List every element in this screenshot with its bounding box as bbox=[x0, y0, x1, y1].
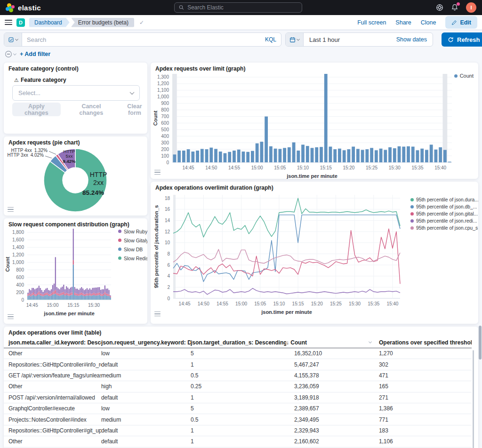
svg-text:15:15: 15:15 bbox=[292, 301, 304, 306]
svg-text:14:55: 14:55 bbox=[228, 165, 240, 170]
add-filter-button[interactable]: + Add filter bbox=[20, 51, 50, 57]
menu-hamburger-icon[interactable] bbox=[5, 20, 12, 25]
table-cell: Other bbox=[8, 350, 101, 357]
chevron-down-icon bbox=[130, 90, 135, 95]
pie-label-2xx: HTTP2xx bbox=[90, 171, 107, 186]
chevron-down-icon bbox=[15, 37, 18, 40]
table-cell: 2,349,495 bbox=[286, 416, 379, 423]
table-row[interactable]: Repositories::GitHttpController#info_ref… bbox=[4, 359, 472, 370]
column-header[interactable]: ↓ Count bbox=[286, 339, 379, 346]
svg-text:15:30: 15:30 bbox=[88, 303, 100, 308]
table-cell: 4,155,378 bbox=[286, 372, 379, 379]
kql-search-input[interactable] bbox=[22, 33, 260, 46]
space-badge[interactable]: D bbox=[16, 18, 25, 27]
legend-item[interactable]: 95th percentile of json.db_... bbox=[410, 204, 478, 209]
legend-item[interactable]: Slow Gitaly⋮ bbox=[118, 237, 146, 243]
table-row[interactable]: Repositories::GitHttpController#git_upl.… bbox=[4, 425, 472, 436]
saved-query-menu-button[interactable] bbox=[4, 33, 22, 46]
panel-title: Apdex operations over limit (table) bbox=[8, 329, 101, 336]
svg-text:1,300: 1,300 bbox=[157, 74, 169, 80]
legend-item[interactable]: Slow Redis⋮ bbox=[118, 255, 146, 261]
share-button[interactable]: Share bbox=[395, 19, 411, 26]
panel-options-icon[interactable] bbox=[154, 312, 161, 316]
column-header[interactable]: json.request_urgency.keyword: Des... bbox=[101, 339, 191, 346]
svg-text:0: 0 bbox=[21, 297, 24, 303]
chevron-down-icon[interactable] bbox=[369, 340, 372, 344]
table-row[interactable]: Otherdefault12,160,6021,106 bbox=[4, 436, 472, 447]
time-quick-menu-button[interactable] bbox=[286, 33, 304, 46]
legend-item[interactable]: Slow DB⋮ bbox=[118, 246, 146, 252]
legend-item[interactable]: 95th percentile of json.cpu_s bbox=[410, 225, 478, 231]
table-row[interactable]: POST /api/:version/internal/alloweddefau… bbox=[4, 392, 472, 403]
svg-text:14:55: 14:55 bbox=[217, 301, 228, 306]
column-header[interactable]: Operations over specified threshold... bbox=[379, 339, 472, 346]
pie-label-3xx: HTTP 3xx 4.02% bbox=[7, 152, 44, 158]
legend-item[interactable]: Slow Ruby⋮ bbox=[118, 228, 146, 234]
table-row[interactable]: Otherlow516,352,0101,270 bbox=[4, 348, 472, 359]
svg-text:1,000: 1,000 bbox=[12, 260, 24, 265]
panel-options-icon[interactable] bbox=[8, 207, 14, 212]
legend-item[interactable]: Count bbox=[454, 73, 474, 79]
svg-text:18: 18 bbox=[165, 196, 170, 201]
svg-text:600: 600 bbox=[16, 275, 24, 280]
global-search[interactable] bbox=[174, 2, 302, 13]
legend-color-dot bbox=[410, 205, 414, 208]
legend-item[interactable]: 95th percentile of json.redi... bbox=[410, 218, 478, 224]
elastic-logo[interactable]: elastic bbox=[6, 3, 41, 12]
legend-color-dot bbox=[118, 248, 121, 251]
table-row[interactable]: GraphqlController#executelow52,389,6571,… bbox=[4, 403, 472, 414]
help-icon[interactable] bbox=[436, 4, 443, 11]
edit-button[interactable]: Edit bbox=[445, 16, 477, 29]
avatar[interactable]: I bbox=[466, 2, 476, 13]
svg-text:500: 500 bbox=[161, 127, 169, 132]
column-header[interactable]: json.meta.caller_id.keyword: Desce... bbox=[8, 339, 101, 346]
refresh-button[interactable]: Refresh bbox=[442, 32, 482, 47]
chart-legend: 95th percentile of json.dura...95th perc… bbox=[410, 197, 478, 231]
svg-text:1,100: 1,100 bbox=[157, 88, 169, 93]
panel-feature-category-control: Feature category (control) ⚠ Feature cat… bbox=[4, 63, 147, 134]
filter-options-icon[interactable] bbox=[5, 50, 16, 58]
table-row[interactable]: Projects::NotesController#indexmedium0.5… bbox=[4, 414, 472, 425]
legend-label: 95th percentile of json.db_... bbox=[416, 204, 477, 209]
apply-changes-button[interactable]: Apply changes bbox=[12, 103, 61, 116]
clone-button[interactable]: Clone bbox=[421, 19, 436, 26]
global-search-input[interactable] bbox=[187, 4, 297, 11]
chevron-down-icon bbox=[13, 52, 16, 55]
legend-item[interactable]: 95th percentile of json.gital... bbox=[410, 211, 478, 216]
legend-label: Slow Gitaly bbox=[124, 238, 147, 243]
notifications-bell-icon[interactable] bbox=[451, 4, 458, 11]
panel-title: Apdex requests over limit (graph) bbox=[155, 65, 245, 72]
table-cell: default bbox=[101, 438, 191, 445]
legend-color-dot bbox=[410, 198, 414, 201]
table-scrollbar[interactable] bbox=[473, 350, 474, 448]
table-cell: 5 bbox=[191, 405, 286, 412]
table-row[interactable]: Otherhigh0.253,236,059165 bbox=[4, 381, 472, 392]
svg-text:14:50: 14:50 bbox=[205, 165, 217, 170]
time-picker-group: Last 1 hour Show dates bbox=[285, 32, 433, 47]
feature-category-select[interactable]: Select... bbox=[12, 85, 140, 101]
table-cell: Repositories::GitHttpController#info_ref… bbox=[8, 361, 101, 368]
table-row[interactable]: GET /api/:version/feature_flags/unleash.… bbox=[4, 370, 472, 381]
breadcrumb-dashboard[interactable]: Dashboard bbox=[29, 18, 70, 27]
svg-text:15:15: 15:15 bbox=[320, 165, 332, 170]
cancel-changes-button[interactable]: Cancel changes bbox=[72, 103, 111, 116]
kql-toggle[interactable]: KQL bbox=[260, 36, 281, 43]
time-range-value[interactable]: Last 1 hour bbox=[304, 36, 391, 43]
table-cell: 2,329,943 bbox=[286, 427, 379, 434]
panel-options-icon[interactable] bbox=[154, 170, 161, 175]
clear-form-button[interactable]: Clear form bbox=[122, 103, 147, 116]
bar-chart[interactable]: 01002003004005006007008009001,0001,1001,… bbox=[151, 63, 478, 179]
legend-item[interactable]: 95th percentile of json.dura... bbox=[410, 197, 478, 202]
legend-color-dot bbox=[454, 74, 458, 78]
svg-text:15:00: 15:00 bbox=[235, 301, 247, 306]
page-scrollbar[interactable] bbox=[479, 326, 482, 360]
svg-text:1,200: 1,200 bbox=[157, 81, 169, 86]
column-header[interactable]: json.target_duration_s: Descending bbox=[191, 339, 286, 346]
svg-text:15:35: 15:35 bbox=[411, 165, 423, 170]
legend-options-icon[interactable]: ⋮ bbox=[145, 246, 147, 252]
panel-options-icon[interactable] bbox=[8, 314, 14, 319]
full-screen-button[interactable]: Full screen bbox=[357, 19, 386, 26]
table-cell: high bbox=[101, 383, 191, 390]
show-dates-button[interactable]: Show dates bbox=[391, 36, 433, 43]
pie-pct-2xx: 85.24% bbox=[82, 189, 104, 196]
